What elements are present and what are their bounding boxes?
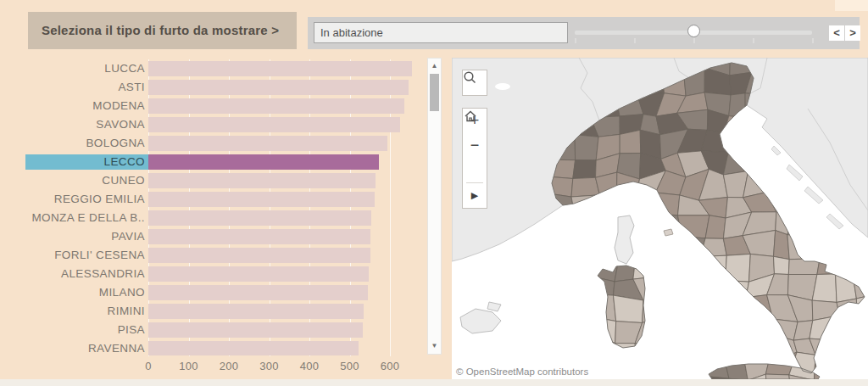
scroll-down-icon[interactable]: ▼ — [428, 340, 441, 352]
x-tick-label: 0 — [145, 360, 152, 372]
filter-title-text: Seleziona il tipo di furto da mostrare > — [28, 12, 297, 49]
x-tick-label: 600 — [381, 360, 400, 372]
bar[interactable] — [148, 61, 412, 76]
slider-next-button[interactable]: > — [845, 25, 860, 41]
map-search-button[interactable] — [462, 70, 487, 96]
bar-row[interactable]: ASTI — [25, 80, 428, 95]
slider-tick — [634, 38, 636, 43]
bar[interactable] — [148, 192, 375, 207]
bar-label[interactable]: REGGIO EMILIA — [25, 192, 148, 207]
bar[interactable] — [148, 117, 400, 132]
bar[interactable] — [148, 80, 409, 95]
bar[interactable] — [148, 341, 359, 355]
dashboard-root: Seleziona il tipo di furto da mostrare >… — [0, 0, 868, 386]
bar-label[interactable]: LUCCA — [25, 61, 148, 76]
bar[interactable] — [148, 285, 368, 300]
home-icon — [463, 109, 478, 124]
lake — [495, 83, 510, 90]
slider-tick — [575, 38, 576, 43]
quick-filter-bar: In abitazione < > — [308, 17, 860, 49]
x-tick-label: 200 — [220, 360, 239, 372]
bar-row[interactable]: PAVIA — [25, 229, 428, 244]
dropdown-selected-value: In abitazione — [314, 23, 567, 42]
map-zoom-out-button[interactable]: − — [463, 133, 487, 158]
x-tick-label: 400 — [300, 360, 320, 372]
bar-row[interactable]: LUCCA — [25, 61, 428, 76]
bar-label[interactable]: PISA — [25, 322, 148, 338]
bar[interactable] — [148, 248, 370, 263]
bar-row[interactable]: FORLI' CESENA — [25, 248, 428, 263]
bar-label[interactable]: PAVIA — [25, 229, 148, 244]
bottom-strip — [0, 379, 868, 386]
x-tick-label: 500 — [340, 360, 359, 372]
map-toolbar-expand-button[interactable]: ▶ — [463, 183, 487, 208]
bar[interactable] — [148, 229, 370, 244]
filter-title: Seleziona il tipo di furto da mostrare > — [28, 12, 297, 49]
map-controls: + − ▶ — [462, 70, 487, 96]
bar-label[interactable]: MILANO — [25, 285, 148, 300]
openstreetmap-attribution: © OpenStreetMap contributors — [456, 366, 588, 377]
corner-patch — [835, 0, 868, 11]
slider-prev-button[interactable]: < — [829, 25, 844, 41]
slider-tick — [693, 38, 695, 43]
bar-row[interactable]: MILANO — [25, 285, 428, 300]
x-tick-label: 100 — [179, 360, 198, 372]
bar-label[interactable]: FORLI' CESENA — [25, 248, 148, 263]
bar[interactable] — [148, 173, 376, 188]
filter-slider-knob[interactable] — [687, 25, 700, 37]
bar-row[interactable]: RAVENNA — [25, 341, 428, 355]
bar-label[interactable]: ASTI — [25, 80, 148, 95]
scrollbar-thumb[interactable] — [430, 74, 439, 111]
bar-label[interactable]: RIMINI — [25, 304, 148, 319]
bar-row[interactable]: CUNEO — [25, 173, 428, 188]
bar-label[interactable]: SAVONA — [25, 117, 148, 132]
bar-row[interactable]: BOLOGNA — [25, 136, 428, 151]
bar-label[interactable]: LECCO — [25, 154, 148, 170]
bar[interactable] — [148, 322, 363, 338]
chart-scrollbar[interactable]: ▲ ▼ — [427, 58, 442, 355]
bar[interactable] — [148, 266, 369, 282]
bar-row[interactable]: MODENA — [25, 98, 428, 114]
bar[interactable] — [148, 136, 387, 151]
search-icon — [462, 70, 477, 85]
slider-tick — [753, 38, 754, 43]
bar-row[interactable]: PISA — [25, 322, 428, 338]
bar-label[interactable]: ALESSANDRIA — [25, 266, 148, 282]
italy-choropleth-map[interactable] — [452, 58, 868, 379]
bar-row[interactable]: SAVONA — [25, 117, 428, 132]
bar-row[interactable]: MONZA E DELLA B.. — [25, 210, 428, 226]
bar-label[interactable]: MONZA E DELLA B.. — [25, 210, 148, 226]
bar-label[interactable]: MODENA — [25, 98, 148, 114]
bar-row[interactable]: REGGIO EMILIA — [25, 192, 428, 207]
x-axis: 0100200300400500600 — [148, 360, 437, 377]
scroll-up-icon[interactable]: ▲ — [428, 60, 441, 72]
bar-row[interactable]: ALESSANDRIA — [25, 266, 428, 282]
bar[interactable] — [148, 304, 364, 319]
x-tick-label: 300 — [259, 360, 279, 372]
bar-label[interactable]: CUNEO — [25, 173, 148, 188]
bar-row[interactable]: LECCO — [25, 154, 428, 170]
bar[interactable] — [148, 210, 371, 226]
theft-type-dropdown[interactable]: In abitazione — [314, 22, 568, 43]
bar-label[interactable]: RAVENNA — [25, 341, 148, 355]
bar[interactable] — [148, 98, 404, 114]
bar-row[interactable]: RIMINI — [25, 304, 428, 319]
map-home-button[interactable] — [463, 158, 487, 182]
map-panel[interactable]: + − ▶ © OpenStreetMap contributors — [452, 58, 868, 379]
bar-label[interactable]: BOLOGNA — [25, 136, 148, 151]
bar-chart: LUCCAASTIMODENASAVONABOLOGNALECCOCUNEORE… — [25, 59, 428, 355]
bar[interactable] — [148, 154, 379, 170]
slider-tick — [812, 38, 814, 43]
